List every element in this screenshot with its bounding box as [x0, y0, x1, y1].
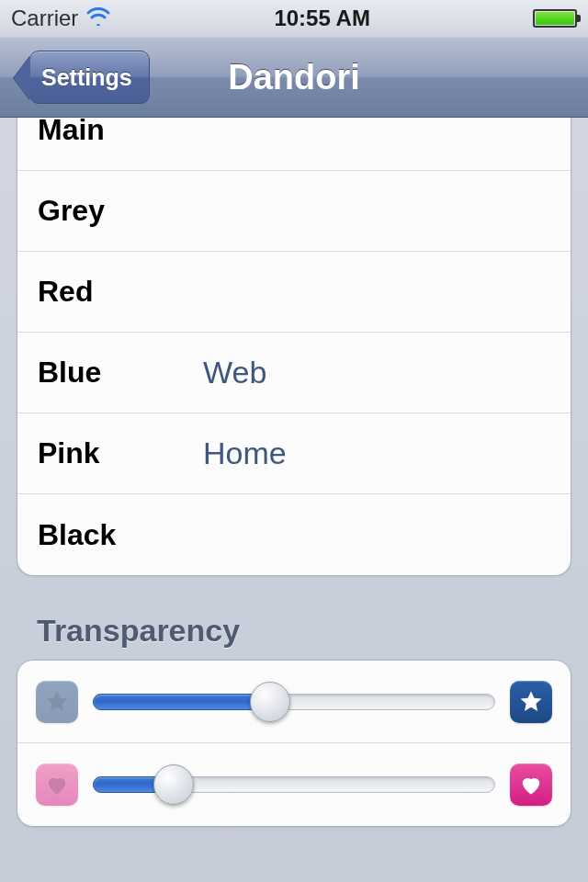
table-row-grey[interactable]: Grey: [17, 171, 571, 252]
row-label: Pink: [38, 436, 203, 470]
transparency-sliders: [17, 660, 571, 827]
row-label: Black: [38, 518, 203, 552]
row-label: Blue: [38, 356, 203, 390]
slider-row-star: [17, 661, 571, 743]
navigation-bar: Settings Dandori: [0, 37, 588, 118]
table-row-red[interactable]: Red: [17, 252, 571, 333]
slider-fill: [93, 694, 270, 710]
row-label: Grey: [38, 194, 203, 228]
table-row-black[interactable]: Black: [17, 494, 571, 575]
slider-thumb[interactable]: [153, 764, 194, 805]
color-list: Main Grey Red Blue Web Pink Home Black: [17, 118, 571, 576]
status-time: 10:55 AM: [274, 6, 369, 31]
star-icon: [510, 681, 552, 723]
slider-row-heart: [17, 743, 571, 826]
star-transparency-slider[interactable]: [93, 682, 495, 722]
back-button-label: Settings: [41, 64, 132, 91]
status-bar: Carrier 10:55 AM: [0, 0, 588, 37]
heart-transparency-slider[interactable]: [93, 764, 495, 805]
battery-icon: [533, 9, 577, 28]
row-value: Web: [203, 355, 266, 390]
wifi-icon: [85, 6, 111, 31]
table-row-pink[interactable]: Pink Home: [17, 413, 571, 494]
content-scroll[interactable]: Main Grey Red Blue Web Pink Home Black T…: [0, 118, 588, 882]
row-value: Home: [203, 435, 287, 471]
status-left: Carrier: [11, 6, 111, 31]
status-right: [533, 9, 577, 28]
row-label: Red: [38, 275, 203, 309]
star-icon-dim: [36, 681, 78, 723]
row-label: Main: [38, 118, 203, 147]
heart-icon-dim: [36, 763, 78, 806]
heart-icon: [510, 763, 552, 806]
table-row-main[interactable]: Main: [17, 118, 571, 171]
slider-thumb[interactable]: [250, 682, 290, 722]
page-title: Dandori: [228, 58, 360, 97]
section-header-transparency: Transparency: [37, 613, 571, 649]
carrier-label: Carrier: [11, 6, 78, 31]
back-button[interactable]: Settings: [29, 51, 150, 104]
table-row-blue[interactable]: Blue Web: [17, 333, 571, 413]
